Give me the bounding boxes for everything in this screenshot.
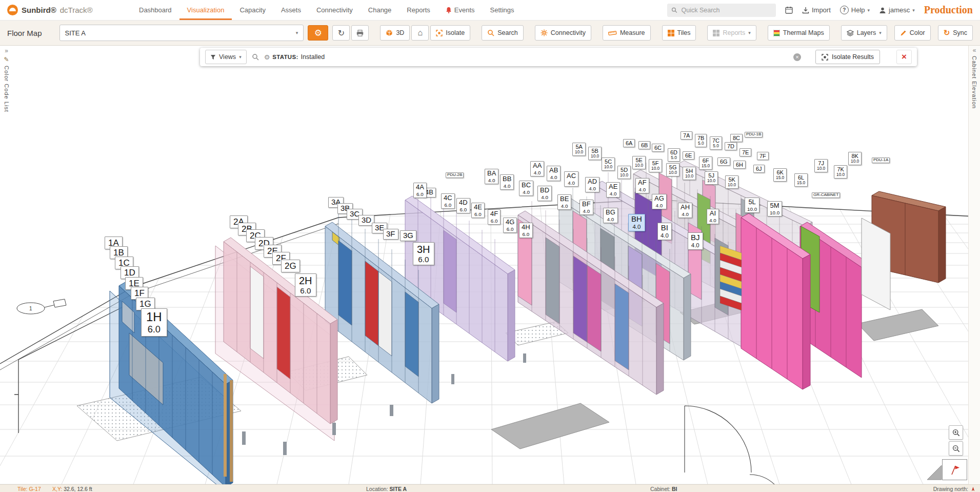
cabinet-label-7B[interactable]: 7B5.0 xyxy=(695,134,707,147)
cabinet-label-BJ[interactable]: BJ4.0 xyxy=(688,232,703,250)
floor-map-canvas[interactable]: 1 xyxy=(0,46,980,484)
cabinet-label-2G[interactable]: 2G xyxy=(281,260,300,272)
cabinet-label-7C[interactable]: 7C5.0 xyxy=(710,136,722,150)
cabinet-label-7J[interactable]: 7J10.0 xyxy=(814,159,828,172)
measure-button[interactable]: Measure xyxy=(603,25,651,41)
zoom-out-button[interactable] xyxy=(949,441,963,456)
status-filter-chip[interactable]: ⚙ STATUS: Installed xyxy=(264,53,325,61)
print-button[interactable] xyxy=(351,25,369,41)
color-code-list-tab[interactable]: » ✎ Color Code List xyxy=(0,46,13,484)
import-button[interactable]: Import xyxy=(802,6,831,14)
sync-button[interactable]: ↻ Sync xyxy=(938,25,973,41)
cabinet-label-7K[interactable]: 7K10.0 xyxy=(834,165,847,179)
cabinet-label-BG[interactable]: BG4.0 xyxy=(603,208,618,223)
cabinet-label-AI[interactable]: AI4.0 xyxy=(707,209,719,224)
nav-item-reports[interactable]: Reports xyxy=(399,0,438,20)
cabinet-label-5F[interactable]: 5F10.0 xyxy=(649,159,662,172)
nav-item-settings[interactable]: Settings xyxy=(483,0,522,20)
cabinet-label-6D[interactable]: 6D5.0 xyxy=(668,148,680,162)
layers-dropdown-button[interactable]: Layers ▾ xyxy=(841,25,887,41)
isolate-results-button[interactable]: Isolate Results xyxy=(815,50,880,64)
cabinet-label-7E[interactable]: 7E xyxy=(739,148,751,156)
quick-search[interactable] xyxy=(667,4,776,17)
thermal-maps-button[interactable]: Thermal Maps xyxy=(768,25,830,41)
cabinet-label-5G[interactable]: 5G10.0 xyxy=(666,163,679,176)
cabinet-elevation-tab[interactable]: « Cabinet Elevation xyxy=(968,46,980,484)
cabinet-label-5A[interactable]: 5A10.0 xyxy=(572,143,586,156)
cabinet-label-PDU-2B[interactable]: PDU-2B xyxy=(446,172,464,178)
cabinet-label-PDU-1A[interactable]: PDU-1A xyxy=(872,158,890,163)
nav-item-change[interactable]: Change xyxy=(361,0,399,20)
cabinet-label-AC[interactable]: AC4.0 xyxy=(564,171,578,187)
nav-item-visualization[interactable]: Visualization xyxy=(179,0,232,20)
cabinet-label-4A[interactable]: 4A6.0 xyxy=(413,183,427,198)
cabinet-label-5E[interactable]: 5E10.0 xyxy=(632,156,646,169)
tiles-button[interactable]: Tiles xyxy=(662,25,696,41)
expand-panel-icon[interactable]: » xyxy=(5,48,8,53)
settings-gear-button[interactable]: ⚙ xyxy=(308,25,328,41)
cabinet-label-6K[interactable]: 6K15.0 xyxy=(773,168,787,182)
cabinet-label-6A[interactable]: 6A xyxy=(623,139,635,147)
nav-item-dashboard[interactable]: Dashboard xyxy=(131,0,179,20)
refresh-button[interactable]: ↻ xyxy=(332,25,350,41)
home-button[interactable]: ⌂ xyxy=(411,25,429,41)
cabinet-label-BH[interactable]: BH4.0 xyxy=(628,214,645,231)
cabinet-label-5M[interactable]: 5M10.0 xyxy=(767,201,782,217)
cabinet-label-BI[interactable]: BI4.0 xyxy=(657,223,672,240)
cabinet-label-6J[interactable]: 6J xyxy=(753,165,765,173)
cabinet-label-AD[interactable]: AD4.0 xyxy=(585,177,599,192)
close-filter-button[interactable]: × xyxy=(896,50,912,64)
cabinet-label-4G[interactable]: 4G6.0 xyxy=(503,218,517,233)
cabinet-label-4C[interactable]: 4C6.0 xyxy=(441,193,455,209)
color-button[interactable]: Color xyxy=(894,25,931,41)
clear-filter-icon[interactable]: × xyxy=(793,53,801,61)
cabinet-label-4E[interactable]: 4E6.0 xyxy=(471,203,485,218)
cabinet-label-3H[interactable]: 3H6.0 xyxy=(413,242,434,265)
cabinet-label-4H[interactable]: 4H6.0 xyxy=(519,223,533,238)
collapse-panel-icon[interactable]: « xyxy=(973,48,976,53)
cabinet-label-BA[interactable]: BA4.0 xyxy=(485,169,498,184)
user-menu[interactable]: jamesc ▾ xyxy=(879,6,915,14)
cabinet-label-7F[interactable]: 7F xyxy=(757,152,769,160)
nav-item-capacity[interactable]: Capacity xyxy=(232,0,273,20)
cabinet-label-GR-CABINET[interactable]: GR-CABINET xyxy=(812,192,840,198)
cabinet-label-6C[interactable]: 6C xyxy=(652,144,664,152)
cabinet-label-AB[interactable]: AB4.0 xyxy=(547,166,561,181)
cabinet-label-1H[interactable]: 1H6.0 xyxy=(141,308,167,337)
cabinet-label-AH[interactable]: AH4.0 xyxy=(678,203,692,218)
search-button[interactable]: Search xyxy=(482,25,524,41)
cabinet-label-BD[interactable]: BD4.0 xyxy=(537,186,552,201)
cabinet-label-6L[interactable]: 6L15.0 xyxy=(794,173,808,187)
cabinet-label-5B[interactable]: 5B10.0 xyxy=(588,147,602,160)
cabinet-label-6E[interactable]: 6E xyxy=(683,151,694,160)
cabinet-label-7A[interactable]: 7A xyxy=(681,131,692,140)
cabinet-label-5K[interactable]: 5K10.0 xyxy=(725,175,738,189)
cabinet-label-5L[interactable]: 5L10.0 xyxy=(745,198,759,213)
zoom-in-button[interactable] xyxy=(949,425,963,440)
site-selector[interactable]: SITE A ▾ xyxy=(59,25,304,41)
nav-item-assets[interactable]: Assets xyxy=(273,0,309,20)
cabinet-label-3G[interactable]: 3G xyxy=(400,230,416,241)
cabinet-label-3F[interactable]: 3F xyxy=(383,229,398,240)
cabinet-label-5D[interactable]: 5D10.0 xyxy=(617,166,631,179)
cabinet-label-6F[interactable]: 6F15.0 xyxy=(699,156,712,170)
cabinet-label-AG[interactable]: AG4.0 xyxy=(652,194,667,209)
calendar-button[interactable] xyxy=(785,6,793,14)
cabinet-label-6G[interactable]: 6G xyxy=(717,158,730,166)
3d-view-button[interactable]: 3D xyxy=(380,25,410,41)
reports-dropdown-button[interactable]: Reports ▾ xyxy=(707,25,756,41)
help-menu[interactable]: ? Help ▾ xyxy=(840,6,870,14)
cabinet-label-5C[interactable]: 5C10.0 xyxy=(602,158,615,171)
cabinet-label-7D[interactable]: 7D xyxy=(725,142,737,150)
cabinet-label-PDU-1B[interactable]: PDU-1B xyxy=(745,132,763,137)
cabinet-label-8K[interactable]: 8K10.0 xyxy=(848,152,862,165)
cabinet-label-2H[interactable]: 2H6.0 xyxy=(295,273,316,297)
cabinet-label-5H[interactable]: 5H10.0 xyxy=(683,167,696,180)
cabinet-label-5J[interactable]: 5J10.0 xyxy=(705,171,718,185)
views-dropdown-button[interactable]: Views ▾ xyxy=(205,50,247,64)
cabinet-label-6H[interactable]: 6H xyxy=(733,161,746,169)
quick-search-input[interactable] xyxy=(681,6,772,14)
nav-item-events[interactable]: Events xyxy=(438,0,483,20)
cabinet-label-AF[interactable]: AF4.0 xyxy=(635,178,649,193)
cabinet-label-8C[interactable]: 8C xyxy=(730,134,743,142)
